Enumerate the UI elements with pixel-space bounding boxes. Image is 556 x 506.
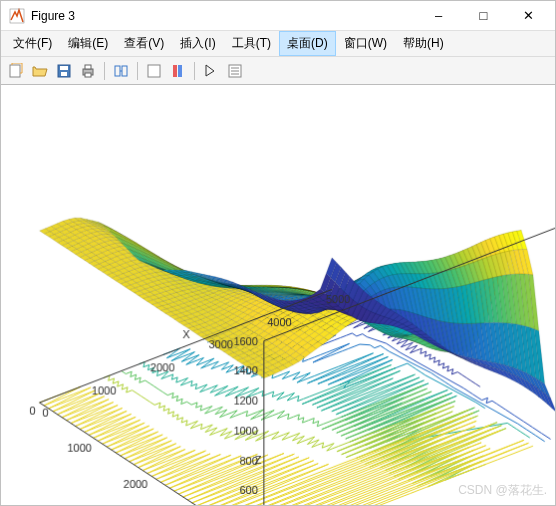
menu-help[interactable]: 帮助(H) <box>395 31 452 56</box>
save-button[interactable] <box>53 60 75 82</box>
menu-view[interactable]: 查看(V) <box>116 31 172 56</box>
svg-rect-9 <box>122 66 127 76</box>
menu-insert[interactable]: 插入(I) <box>172 31 223 56</box>
insert-colorbar-button[interactable] <box>167 60 189 82</box>
svg-rect-7 <box>85 73 91 77</box>
figure-window: Figure 3 – □ ✕ 文件(F) 编辑(E) 查看(V) 插入(I) 工… <box>0 0 556 506</box>
new-figure-button[interactable] <box>5 60 27 82</box>
maximize-button[interactable]: □ <box>461 2 506 30</box>
svg-rect-8 <box>115 66 120 76</box>
link-plot-button[interactable] <box>110 60 132 82</box>
matlab-icon <box>9 8 25 24</box>
titlebar: Figure 3 – □ ✕ <box>1 1 555 31</box>
minimize-button[interactable]: – <box>416 2 461 30</box>
svg-rect-13 <box>178 65 182 77</box>
svg-rect-6 <box>85 65 91 69</box>
toolbar <box>1 57 555 85</box>
window-controls: – □ ✕ <box>416 2 551 30</box>
data-cursor-button[interactable] <box>143 60 165 82</box>
edit-plot-button[interactable] <box>200 60 222 82</box>
close-button[interactable]: ✕ <box>506 2 551 30</box>
menu-window[interactable]: 窗口(W) <box>336 31 395 56</box>
svg-rect-4 <box>61 72 67 76</box>
menu-desktop[interactable]: 桌面(D) <box>279 31 336 56</box>
svg-rect-11 <box>148 65 160 77</box>
menu-edit[interactable]: 编辑(E) <box>60 31 116 56</box>
svg-rect-3 <box>60 66 68 70</box>
open-button[interactable] <box>29 60 51 82</box>
toolbar-separator <box>194 62 195 80</box>
toolbar-separator <box>104 62 105 80</box>
svg-rect-1 <box>10 65 20 77</box>
menubar: 文件(F) 编辑(E) 查看(V) 插入(I) 工具(T) 桌面(D) 窗口(W… <box>1 31 555 57</box>
menu-file[interactable]: 文件(F) <box>5 31 60 56</box>
menu-tools[interactable]: 工具(T) <box>224 31 279 56</box>
svg-rect-12 <box>173 65 177 77</box>
axes-3d[interactable]: CSDN @落花生. <box>1 85 555 505</box>
window-title: Figure 3 <box>31 9 416 23</box>
print-button[interactable] <box>77 60 99 82</box>
insert-legend-button[interactable] <box>224 60 246 82</box>
toolbar-separator <box>137 62 138 80</box>
